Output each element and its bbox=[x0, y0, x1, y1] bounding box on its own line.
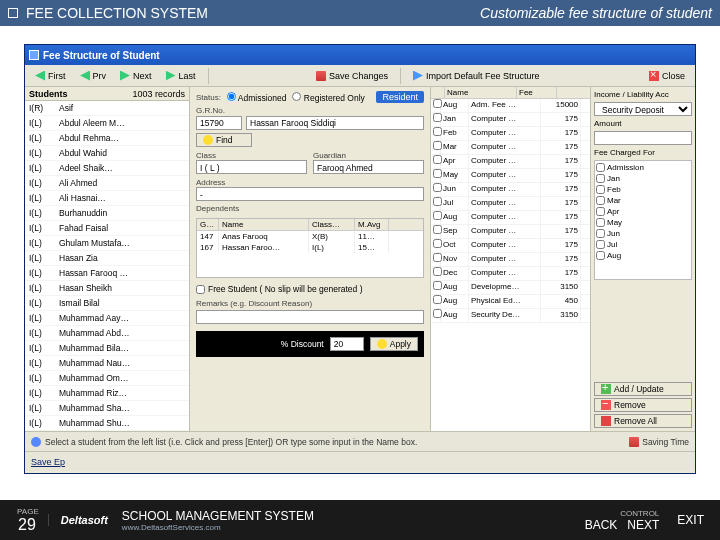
info-icon bbox=[31, 437, 41, 447]
list-item[interactable]: I(L)Burhanuddin bbox=[25, 206, 189, 221]
grno-input[interactable] bbox=[196, 116, 242, 130]
list-item[interactable]: I(L)Ali Ahmed bbox=[25, 176, 189, 191]
save-row: Save Ep bbox=[25, 451, 695, 471]
address-value: - bbox=[196, 187, 424, 201]
table-row[interactable]: AugAdm. Fee …15000 bbox=[431, 99, 590, 113]
saving-label: Saving Time bbox=[642, 437, 689, 447]
dependents-label: Dependents bbox=[196, 204, 424, 213]
list-item[interactable]: I(L)Muhammad Shu… bbox=[25, 416, 189, 431]
find-button[interactable]: Find bbox=[196, 133, 252, 147]
page-number: 29 bbox=[18, 516, 36, 534]
table-row[interactable]: AugDevelopme…3150 bbox=[431, 281, 590, 295]
table-row[interactable]: MarComputer …175 bbox=[431, 141, 590, 155]
free-student-checkbox[interactable]: Free Student ( No slip will be generated… bbox=[196, 284, 424, 294]
center-panel: Status: Admissioned Registered Only Resi… bbox=[190, 87, 430, 431]
table-row[interactable]: 167Hassan Faroo…I(L)15… bbox=[197, 242, 423, 253]
sms-url: www.DeltasoftServices.com bbox=[122, 523, 314, 532]
list-item[interactable]: I(L)Muhammad Aay… bbox=[25, 311, 189, 326]
month-checkbox[interactable]: Feb bbox=[596, 184, 690, 195]
month-checkbox[interactable]: Jul bbox=[596, 239, 690, 250]
table-row[interactable]: JanComputer …175 bbox=[431, 113, 590, 127]
month-checkbox[interactable]: Jan bbox=[596, 173, 690, 184]
system-title: FEE COLLECTION SYSTEM bbox=[26, 5, 208, 21]
list-item[interactable]: I(L)Ismail Bilal bbox=[25, 296, 189, 311]
list-item[interactable]: I(L)Muhammad Bila… bbox=[25, 341, 189, 356]
list-item[interactable]: I(L)Muhammad Abd… bbox=[25, 326, 189, 341]
table-row[interactable]: JunComputer …175 bbox=[431, 183, 590, 197]
month-checkbox[interactable]: Mar bbox=[596, 195, 690, 206]
remove-all-button[interactable]: Remove All bbox=[594, 414, 692, 428]
remarks-input[interactable] bbox=[196, 310, 424, 324]
month-checkbox[interactable]: Apr bbox=[596, 206, 690, 217]
square-icon bbox=[8, 8, 18, 18]
amount-input[interactable] bbox=[594, 131, 692, 145]
month-checkbox[interactable]: May bbox=[596, 217, 690, 228]
list-item[interactable]: I(L)Fahad Faisal bbox=[25, 221, 189, 236]
radio-registered[interactable]: Registered Only bbox=[292, 92, 364, 103]
list-item[interactable]: I(L)Hassan Farooq … bbox=[25, 266, 189, 281]
list-item[interactable]: I(L)Adeel Shaik… bbox=[25, 161, 189, 176]
table-row[interactable]: OctComputer …175 bbox=[431, 239, 590, 253]
first-button[interactable]: First bbox=[29, 70, 72, 82]
list-item[interactable]: I(L)Abdul Rehma… bbox=[25, 131, 189, 146]
control-label: CONTROL bbox=[620, 509, 659, 518]
charged-for-list[interactable]: Admission Jan Feb Mar Apr May Jun Jul Au… bbox=[594, 160, 692, 280]
next-slide-button[interactable]: NEXT bbox=[627, 518, 659, 532]
list-item[interactable]: I(L)Ghulam Mustafa… bbox=[25, 236, 189, 251]
radio-admissioned[interactable]: Admissioned bbox=[227, 92, 287, 103]
table-row[interactable]: AugComputer …175 bbox=[431, 211, 590, 225]
table-row[interactable]: AprComputer …175 bbox=[431, 155, 590, 169]
class-label: Class bbox=[196, 151, 216, 160]
exit-button[interactable]: EXIT bbox=[677, 513, 704, 527]
table-row[interactable]: AugSecurity De…3150 bbox=[431, 309, 590, 323]
month-checkbox[interactable]: Admission bbox=[596, 162, 690, 173]
list-item[interactable]: I(L)Muhammad Sha… bbox=[25, 401, 189, 416]
table-row[interactable]: SepComputer …175 bbox=[431, 225, 590, 239]
back-button[interactable]: BACK bbox=[585, 518, 618, 532]
list-item[interactable]: I(L)Hasan Zia bbox=[25, 251, 189, 266]
apply-button[interactable]: Apply bbox=[370, 337, 418, 351]
slide-subtitle: Customizable fee structure of student bbox=[480, 5, 712, 21]
save-ep-link[interactable]: Save Ep bbox=[31, 457, 65, 467]
list-item[interactable]: I(R)Asif bbox=[25, 101, 189, 116]
import-button[interactable]: Import Default Fee Structure bbox=[407, 70, 546, 82]
guardian-label: Guardian bbox=[313, 151, 346, 160]
fee-grid[interactable]: NameFee AugAdm. Fee …15000JanComputer …1… bbox=[431, 87, 590, 431]
next-button[interactable]: Next bbox=[114, 70, 158, 82]
discount-input[interactable] bbox=[330, 337, 364, 351]
dependents-grid[interactable]: G…NameClass…M.Avg 147Anas FarooqX(B)11…1… bbox=[196, 218, 424, 278]
list-item[interactable]: I(L)Hasan Sheikh bbox=[25, 281, 189, 296]
table-row[interactable]: JulComputer …175 bbox=[431, 197, 590, 211]
list-item[interactable]: I(L)Muhammad Nau… bbox=[25, 356, 189, 371]
income-select[interactable]: Security Deposit bbox=[594, 102, 692, 116]
month-checkbox[interactable]: Aug bbox=[596, 250, 690, 261]
prev-button[interactable]: Prv bbox=[74, 70, 113, 82]
list-item[interactable]: I(L)Abdul Wahid bbox=[25, 146, 189, 161]
statusbar: Select a student from the left list (i.e… bbox=[25, 431, 695, 451]
table-row[interactable]: 147Anas FarooqX(B)11… bbox=[197, 231, 423, 242]
students-label: Students bbox=[29, 89, 68, 98]
table-row[interactable]: NovComputer …175 bbox=[431, 253, 590, 267]
list-item[interactable]: I(L)Muhammad Om… bbox=[25, 371, 189, 386]
add-update-button[interactable]: Add / Update bbox=[594, 382, 692, 396]
list-item[interactable]: I(L)Abdul Aleem M… bbox=[25, 116, 189, 131]
table-row[interactable]: DecComputer …175 bbox=[431, 267, 590, 281]
remove-button[interactable]: Remove bbox=[594, 398, 692, 412]
next-icon bbox=[120, 71, 130, 81]
students-count: 1003 records bbox=[132, 89, 185, 98]
toolbar: First Prv Next Last Save Changes Import … bbox=[25, 65, 695, 87]
month-checkbox[interactable]: Jun bbox=[596, 228, 690, 239]
table-row[interactable]: MayComputer …175 bbox=[431, 169, 590, 183]
amount-label: Amount bbox=[594, 119, 692, 128]
close-button[interactable]: Close bbox=[643, 70, 691, 82]
list-item[interactable]: I(L)Ali Hasnai… bbox=[25, 191, 189, 206]
last-button[interactable]: Last bbox=[160, 70, 202, 82]
status-label: Status: bbox=[196, 93, 221, 102]
list-item[interactable]: I(L)Muhammad Riz… bbox=[25, 386, 189, 401]
name-input[interactable] bbox=[246, 116, 424, 130]
table-row[interactable]: AugPhysical Ed…450 bbox=[431, 295, 590, 309]
save-button[interactable]: Save Changes bbox=[310, 70, 394, 82]
table-row[interactable]: FebComputer …175 bbox=[431, 127, 590, 141]
students-list[interactable]: I(R)AsifI(L)Abdul Aleem M…I(L)Abdul Rehm… bbox=[25, 101, 189, 431]
app-window: Fee Structure of Student First Prv Next … bbox=[24, 44, 696, 474]
